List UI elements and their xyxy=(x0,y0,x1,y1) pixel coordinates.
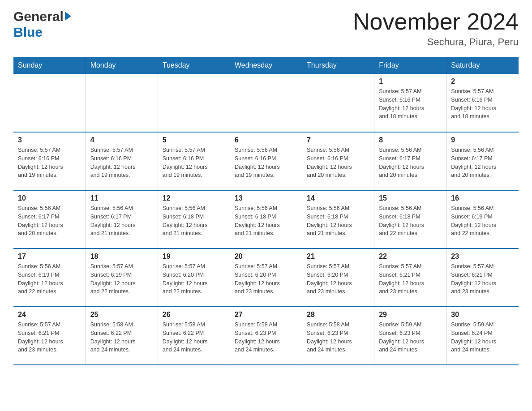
day-number: 9 xyxy=(451,136,514,144)
calendar-cell xyxy=(230,74,302,132)
calendar-week-row: 10Sunrise: 5:56 AM Sunset: 6:17 PM Dayli… xyxy=(13,190,519,248)
day-number: 4 xyxy=(90,136,153,144)
day-number: 1 xyxy=(379,77,442,86)
calendar-cell: 21Sunrise: 5:57 AM Sunset: 6:20 PM Dayli… xyxy=(302,248,374,307)
weekday-header-friday: Friday xyxy=(374,57,446,74)
calendar-cell: 4Sunrise: 5:57 AM Sunset: 6:16 PM Daylig… xyxy=(86,132,158,190)
logo: General Blue xyxy=(13,9,71,40)
calendar-cell: 1Sunrise: 5:57 AM Sunset: 6:16 PM Daylig… xyxy=(374,74,446,132)
logo-general-text: General xyxy=(13,9,64,25)
day-info: Sunrise: 5:57 AM Sunset: 6:16 PM Dayligh… xyxy=(379,87,442,121)
day-info: Sunrise: 5:57 AM Sunset: 6:21 PM Dayligh… xyxy=(18,321,81,354)
calendar-cell: 5Sunrise: 5:57 AM Sunset: 6:16 PM Daylig… xyxy=(158,132,230,190)
day-number: 28 xyxy=(307,311,369,319)
day-number: 23 xyxy=(451,253,514,261)
day-info: Sunrise: 5:56 AM Sunset: 6:18 PM Dayligh… xyxy=(163,204,225,238)
day-info: Sunrise: 5:57 AM Sunset: 6:20 PM Dayligh… xyxy=(307,262,369,296)
day-info: Sunrise: 5:57 AM Sunset: 6:19 PM Dayligh… xyxy=(90,262,153,296)
day-number: 27 xyxy=(235,311,297,319)
calendar-cell xyxy=(158,74,230,132)
calendar-cell: 9Sunrise: 5:56 AM Sunset: 6:17 PM Daylig… xyxy=(446,132,519,190)
calendar-cell: 7Sunrise: 5:56 AM Sunset: 6:16 PM Daylig… xyxy=(302,132,374,190)
logo-line1: General xyxy=(13,9,71,25)
day-info: Sunrise: 5:59 AM Sunset: 6:24 PM Dayligh… xyxy=(451,321,514,354)
calendar-cell: 28Sunrise: 5:58 AM Sunset: 6:23 PM Dayli… xyxy=(302,307,374,365)
calendar-cell: 27Sunrise: 5:58 AM Sunset: 6:23 PM Dayli… xyxy=(230,307,302,365)
calendar-cell: 15Sunrise: 5:56 AM Sunset: 6:18 PM Dayli… xyxy=(374,190,446,248)
calendar-cell: 24Sunrise: 5:57 AM Sunset: 6:21 PM Dayli… xyxy=(13,307,86,365)
weekday-header-saturday: Saturday xyxy=(446,57,519,74)
day-info: Sunrise: 5:56 AM Sunset: 6:17 PM Dayligh… xyxy=(451,146,514,180)
day-number: 12 xyxy=(163,194,225,202)
calendar-cell: 11Sunrise: 5:56 AM Sunset: 6:17 PM Dayli… xyxy=(86,190,158,248)
calendar-cell: 10Sunrise: 5:56 AM Sunset: 6:17 PM Dayli… xyxy=(13,190,86,248)
calendar-body: 1Sunrise: 5:57 AM Sunset: 6:16 PM Daylig… xyxy=(13,74,519,365)
page-header: General Blue November 2024 Sechura, Piur… xyxy=(13,9,519,48)
day-number: 14 xyxy=(307,194,369,202)
main-title: November 2024 xyxy=(353,9,519,34)
day-number: 8 xyxy=(379,136,442,144)
day-info: Sunrise: 5:57 AM Sunset: 6:20 PM Dayligh… xyxy=(163,262,225,296)
calendar-cell: 26Sunrise: 5:58 AM Sunset: 6:22 PM Dayli… xyxy=(158,307,230,365)
day-info: Sunrise: 5:56 AM Sunset: 6:19 PM Dayligh… xyxy=(451,204,514,238)
day-number: 19 xyxy=(163,253,225,261)
day-number: 5 xyxy=(163,136,225,144)
day-info: Sunrise: 5:57 AM Sunset: 6:20 PM Dayligh… xyxy=(235,262,297,296)
calendar-week-row: 24Sunrise: 5:57 AM Sunset: 6:21 PM Dayli… xyxy=(13,307,519,365)
calendar-cell: 18Sunrise: 5:57 AM Sunset: 6:19 PM Dayli… xyxy=(86,248,158,307)
day-number: 3 xyxy=(18,136,81,144)
day-number: 24 xyxy=(18,311,81,319)
calendar-cell xyxy=(86,74,158,132)
day-info: Sunrise: 5:57 AM Sunset: 6:16 PM Dayligh… xyxy=(18,146,81,180)
day-info: Sunrise: 5:56 AM Sunset: 6:17 PM Dayligh… xyxy=(90,204,153,238)
calendar-header: SundayMondayTuesdayWednesdayThursdayFrid… xyxy=(13,57,519,74)
day-number: 26 xyxy=(163,311,225,319)
day-info: Sunrise: 5:56 AM Sunset: 6:17 PM Dayligh… xyxy=(379,146,442,180)
day-info: Sunrise: 5:57 AM Sunset: 6:16 PM Dayligh… xyxy=(451,87,514,121)
day-number: 10 xyxy=(18,194,81,202)
calendar-cell: 16Sunrise: 5:56 AM Sunset: 6:19 PM Dayli… xyxy=(446,190,519,248)
day-info: Sunrise: 5:56 AM Sunset: 6:17 PM Dayligh… xyxy=(18,204,81,238)
day-number: 17 xyxy=(18,253,81,261)
weekday-header-sunday: Sunday xyxy=(13,57,86,74)
day-number: 7 xyxy=(307,136,369,144)
calendar-cell: 8Sunrise: 5:56 AM Sunset: 6:17 PM Daylig… xyxy=(374,132,446,190)
day-info: Sunrise: 5:57 AM Sunset: 6:21 PM Dayligh… xyxy=(379,262,442,296)
calendar-cell: 12Sunrise: 5:56 AM Sunset: 6:18 PM Dayli… xyxy=(158,190,230,248)
day-info: Sunrise: 5:56 AM Sunset: 6:16 PM Dayligh… xyxy=(235,146,297,180)
day-number: 29 xyxy=(379,311,442,319)
day-info: Sunrise: 5:58 AM Sunset: 6:23 PM Dayligh… xyxy=(307,321,369,354)
day-info: Sunrise: 5:56 AM Sunset: 6:18 PM Dayligh… xyxy=(307,204,369,238)
day-number: 15 xyxy=(379,194,442,202)
logo-line2: Blue xyxy=(13,25,71,40)
day-number: 16 xyxy=(451,194,514,202)
day-number: 21 xyxy=(307,253,369,261)
calendar-week-row: 3Sunrise: 5:57 AM Sunset: 6:16 PM Daylig… xyxy=(13,132,519,190)
subtitle: Sechura, Piura, Peru xyxy=(353,36,519,48)
day-number: 22 xyxy=(379,253,442,261)
day-info: Sunrise: 5:56 AM Sunset: 6:18 PM Dayligh… xyxy=(379,204,442,238)
calendar-cell: 19Sunrise: 5:57 AM Sunset: 6:20 PM Dayli… xyxy=(158,248,230,307)
day-info: Sunrise: 5:59 AM Sunset: 6:23 PM Dayligh… xyxy=(379,321,442,354)
day-info: Sunrise: 5:56 AM Sunset: 6:16 PM Dayligh… xyxy=(307,146,369,180)
calendar-week-row: 1Sunrise: 5:57 AM Sunset: 6:16 PM Daylig… xyxy=(13,74,519,132)
day-info: Sunrise: 5:57 AM Sunset: 6:16 PM Dayligh… xyxy=(90,146,153,180)
calendar-week-row: 17Sunrise: 5:56 AM Sunset: 6:19 PM Dayli… xyxy=(13,248,519,307)
calendar-cell: 6Sunrise: 5:56 AM Sunset: 6:16 PM Daylig… xyxy=(230,132,302,190)
day-number: 6 xyxy=(235,136,297,144)
calendar-cell: 20Sunrise: 5:57 AM Sunset: 6:20 PM Dayli… xyxy=(230,248,302,307)
calendar-cell: 2Sunrise: 5:57 AM Sunset: 6:16 PM Daylig… xyxy=(446,74,519,132)
logo-arrow-icon xyxy=(65,12,71,21)
day-number: 20 xyxy=(235,253,297,261)
day-number: 13 xyxy=(235,194,297,202)
day-info: Sunrise: 5:56 AM Sunset: 6:18 PM Dayligh… xyxy=(235,204,297,238)
calendar-cell: 22Sunrise: 5:57 AM Sunset: 6:21 PM Dayli… xyxy=(374,248,446,307)
logo-blue-text: Blue xyxy=(13,25,43,39)
calendar-cell: 29Sunrise: 5:59 AM Sunset: 6:23 PM Dayli… xyxy=(374,307,446,365)
day-number: 2 xyxy=(451,77,514,86)
calendar-cell xyxy=(302,74,374,132)
weekday-header-wednesday: Wednesday xyxy=(230,57,302,74)
calendar-cell: 23Sunrise: 5:57 AM Sunset: 6:21 PM Dayli… xyxy=(446,248,519,307)
day-number: 30 xyxy=(451,311,514,319)
calendar-cell: 17Sunrise: 5:56 AM Sunset: 6:19 PM Dayli… xyxy=(13,248,86,307)
